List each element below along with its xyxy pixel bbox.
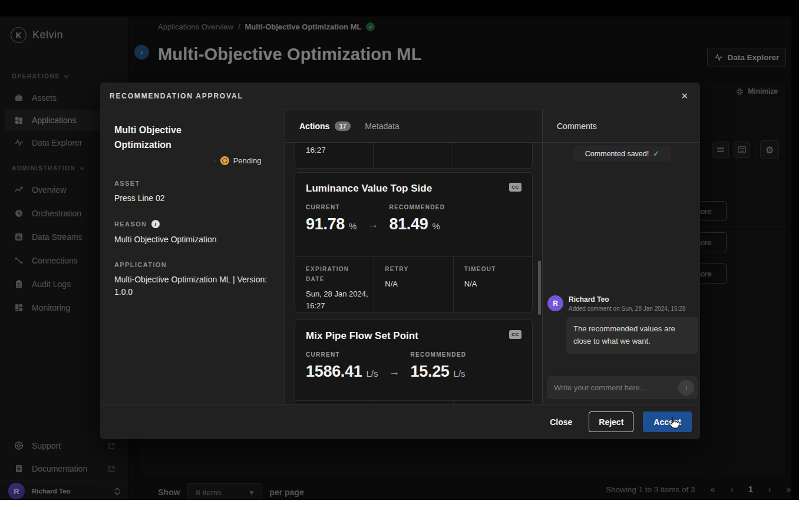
expiration-label: EXPIRATION DATE <box>306 264 365 284</box>
current-unit: L/s <box>367 368 378 378</box>
application-value: Multi-Objective Optimization ML | Versio… <box>114 274 268 298</box>
recommended-value: 81.49 <box>389 215 428 233</box>
current-value-block: CURRENT 1586.41 L/s <box>306 351 378 381</box>
info-icon[interactable]: i <box>151 220 160 228</box>
mouse-cursor-icon <box>666 415 681 433</box>
comment-item-header: R Richard Teo Added comment on Sun, 28 J… <box>547 295 685 312</box>
reason-field: REASON i Multi Objective Optimization <box>114 220 270 246</box>
tab-actions-label: Actions <box>299 121 329 131</box>
comments-title: Comments <box>543 110 700 143</box>
action-title: Mix Pipe Flow Set Point <box>306 330 418 342</box>
recommended-label: RECOMMENDED <box>411 351 467 358</box>
comment-author: Richard Teo <box>569 295 685 304</box>
status-dot: · <box>213 156 216 165</box>
comments-panel: Comments Commented saved! ✓ R Richard Te… <box>542 110 700 404</box>
status-label: Pending <box>233 156 262 165</box>
application-field: APPLICATION Multi-Objective Optimization… <box>114 261 270 298</box>
reason-label: REASON <box>114 220 147 228</box>
current-value-block: CURRENT 91.78 % <box>306 204 357 233</box>
action-card-mix-pipe: Mix Pipe Flow Set Point CC CURRENT 1586.… <box>295 320 533 404</box>
recommended-unit: L/s <box>454 368 466 378</box>
check-icon: ✓ <box>653 149 659 158</box>
recommended-value-block: RECOMMENDED 15.25 L/s <box>411 351 467 381</box>
actions-count-badge: 17 <box>335 121 351 131</box>
recommended-unit: % <box>433 221 440 231</box>
arrow-right-icon: → <box>389 366 400 381</box>
pending-icon <box>220 156 229 165</box>
close-button[interactable]: Close <box>543 413 579 432</box>
expiration-value: Sun, 28 Jan 2024, 16:27 <box>306 288 372 312</box>
modal-footer: Close Reject Accept <box>100 404 700 439</box>
reason-value: Multi Objective Optimization <box>114 233 270 246</box>
timeout-value: N/A <box>464 278 530 290</box>
card-column-divider <box>453 143 453 168</box>
scrollbar-thumb[interactable] <box>538 261 541 315</box>
comment-text: The recommended values are close to what… <box>566 317 698 354</box>
status-badge: · Pending <box>213 156 261 165</box>
recommendation-approval-modal: RECOMMENDATION APPROVAL ✕ Multi Objectiv… <box>100 83 700 439</box>
action-detail-row: EXPIRATION DATE Sun, 28 Jan 2024, 16:27 … <box>295 256 532 312</box>
comment-input[interactable] <box>554 383 678 392</box>
toast-text: Commented saved! <box>585 150 649 158</box>
recommendation-name: Multi Objective Optimization <box>114 123 216 153</box>
timeout-cell: TIMEOUT N/A <box>453 257 532 312</box>
card-column-divider <box>373 143 374 168</box>
current-value: 1586.41 <box>306 363 362 381</box>
modal-header: RECOMMENDATION APPROVAL ✕ <box>100 83 700 110</box>
send-comment-button[interactable]: ↑ <box>678 380 694 396</box>
timeout-label: TIMEOUT <box>464 264 523 274</box>
comment-input-wrap: ↑ <box>547 376 698 399</box>
retry-value: N/A <box>385 278 451 290</box>
action-card-luminance: Luminance Value Top Side CC CURRENT 91.7… <box>295 172 533 312</box>
current-label: CURRENT <box>306 351 378 358</box>
asset-field: ASSET Press Line 02 <box>114 180 270 205</box>
action-card-partial: 16:27 <box>295 143 533 169</box>
retry-label: RETRY <box>385 264 444 274</box>
modal-tabs: Actions 17 Metadata <box>285 110 542 143</box>
modal-title: RECOMMENDATION APPROVAL <box>110 92 243 100</box>
asset-value: Press Line 02 <box>114 192 270 205</box>
arrow-right-icon: → <box>367 218 378 233</box>
comment-timestamp: Added comment on Sun, 28 Jan 2024, 15:28 <box>569 305 685 312</box>
closed-loop-icon: CC <box>509 330 521 339</box>
tab-metadata[interactable]: Metadata <box>365 121 399 131</box>
reject-button[interactable]: Reject <box>589 411 633 432</box>
closed-loop-icon: CC <box>509 183 521 192</box>
comment-saved-toast: Commented saved! ✓ <box>573 146 671 162</box>
current-label: CURRENT <box>306 204 357 210</box>
action-title: Luminance Value Top Side <box>306 183 432 195</box>
recommended-value-block: RECOMMENDED 81.49 % <box>389 204 445 233</box>
asset-label: ASSET <box>114 180 140 187</box>
retry-cell: RETRY N/A <box>374 257 453 312</box>
tab-actions[interactable]: Actions 17 <box>299 121 351 131</box>
expiration-time: 16:27 <box>306 146 326 154</box>
recommended-label: RECOMMENDED <box>389 204 445 210</box>
app-window: K Kelvin OPERATIONS Assets Applications … <box>0 0 799 500</box>
recommended-value: 15.25 <box>411 363 450 381</box>
recommendation-info-panel: Multi Objective Optimization · Pending A… <box>100 110 285 404</box>
comment-avatar: R <box>547 295 563 311</box>
application-label: APPLICATION <box>114 261 167 268</box>
actions-scroll-area[interactable]: 16:27 Luminance Value Top Side CC <box>285 143 542 404</box>
actions-panel: Actions 17 Metadata 16:27 <box>285 110 542 404</box>
expiration-cell: EXPIRATION DATE Sun, 28 Jan 2024, 16:27 <box>295 257 374 312</box>
screen: K Kelvin OPERATIONS Assets Applications … <box>0 0 812 507</box>
modal-close-button[interactable]: ✕ <box>681 91 688 101</box>
current-value: 91.78 <box>306 215 345 233</box>
current-unit: % <box>349 221 357 231</box>
